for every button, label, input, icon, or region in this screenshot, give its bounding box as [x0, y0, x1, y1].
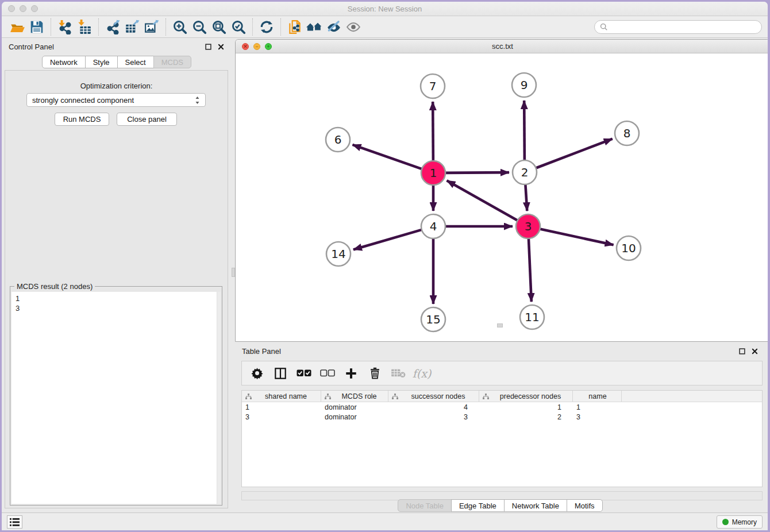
export-image-icon[interactable]: [142, 18, 161, 36]
criterion-select[interactable]: strongly connected component: [26, 93, 206, 107]
deselect-all-icon[interactable]: [320, 366, 335, 381]
table-row[interactable]: 3dominator323: [242, 412, 762, 422]
minimize-view-button[interactable]: −: [253, 43, 260, 50]
window-title: Session: New Session: [348, 5, 422, 13]
node-label-14: 14: [331, 247, 345, 261]
edge-3-10[interactable]: [540, 229, 614, 245]
table-cell[interactable]: 3: [573, 413, 622, 421]
close-panel-icon[interactable]: [751, 348, 759, 355]
save-session-icon[interactable]: [27, 18, 47, 36]
edge-1-6[interactable]: [352, 145, 422, 169]
add-column-icon[interactable]: [344, 366, 359, 381]
column-header-shared-name[interactable]: shared name: [242, 391, 321, 402]
column-header-name[interactable]: name: [573, 391, 622, 402]
edge-2-9[interactable]: [524, 101, 525, 160]
table-cell[interactable]: 1: [479, 403, 573, 411]
apply-layout-icon[interactable]: [257, 18, 276, 36]
table-row[interactable]: 1dominator411: [242, 402, 762, 412]
main-toolbar: [2, 17, 768, 38]
table-cell[interactable]: 3: [388, 413, 479, 421]
zoom-out-icon[interactable]: [190, 18, 209, 36]
select-stepper-icon: [195, 96, 200, 105]
edge-1-2[interactable]: [445, 172, 509, 173]
tab-select[interactable]: Select: [117, 56, 154, 68]
node-label-4: 4: [430, 219, 437, 233]
node-table: shared nameMCDS rolesuccessor nodesprede…: [241, 390, 763, 487]
task-history-button[interactable]: [7, 515, 22, 529]
delete-column-icon[interactable]: [367, 366, 382, 381]
import-table-icon[interactable]: [75, 18, 94, 36]
close-view-button[interactable]: ✕: [242, 43, 249, 50]
table-cell[interactable]: dominator: [321, 403, 388, 411]
function-builder-icon: f(x): [414, 366, 429, 381]
status-bar: Memory: [2, 512, 768, 530]
table-panel-header: Table Panel: [235, 344, 765, 358]
export-table-icon[interactable]: [122, 18, 142, 36]
edge-2-3[interactable]: [525, 184, 527, 211]
window-controls: [8, 5, 38, 12]
network-view-window: ✕ − + scc.txt 1234678910111415: [235, 39, 768, 342]
open-session-icon[interactable]: [7, 18, 27, 36]
search-box[interactable]: [594, 20, 762, 34]
tab-style[interactable]: Style: [85, 56, 118, 68]
edge-2-8[interactable]: [536, 139, 613, 168]
export-network-icon[interactable]: [103, 18, 122, 36]
mcds-result-title: MCDS result (2 nodes): [14, 282, 95, 291]
zoom-window-button[interactable]: [31, 5, 38, 12]
mcds-result-text[interactable]: 1 3: [11, 292, 221, 504]
control-panel: Control Panel NetworkStyleSelectMCDS Opt…: [2, 39, 232, 511]
settings-icon[interactable]: [249, 366, 264, 381]
node-label-6: 6: [334, 133, 342, 147]
maximize-view-button[interactable]: +: [265, 43, 272, 50]
result-scrollbar[interactable]: [217, 292, 221, 504]
table-cell[interactable]: 3: [242, 413, 321, 421]
tab-node-table[interactable]: Node Table: [398, 499, 452, 512]
table-panel: Table Panel f(x) shared nameMCDS rolesuc…: [235, 344, 765, 511]
table-cell[interactable]: 1: [242, 403, 321, 411]
first-neighbors-icon[interactable]: [305, 18, 324, 36]
search-input[interactable]: [611, 22, 756, 32]
network-from-selection-icon[interactable]: [285, 18, 305, 36]
network-view-title: scc.txt: [492, 42, 513, 51]
import-network-icon[interactable]: [55, 18, 75, 36]
tab-mcds[interactable]: MCDS: [153, 56, 191, 68]
tab-edge-table[interactable]: Edge Table: [451, 499, 505, 512]
table-cell[interactable]: 1: [573, 403, 622, 411]
select-all-icon[interactable]: [297, 366, 311, 381]
node-label-9: 9: [521, 78, 528, 92]
column-header-successor-nodes[interactable]: successor nodes: [388, 391, 479, 402]
float-panel-icon[interactable]: [738, 348, 746, 355]
table-cell[interactable]: 4: [388, 403, 479, 411]
horizontal-splitter-handle[interactable]: [497, 323, 503, 327]
close-panel-button[interactable]: Close panel: [117, 113, 177, 126]
tree-icon: [483, 394, 489, 399]
tree-icon: [245, 394, 252, 399]
edge-1-7[interactable]: [433, 102, 433, 161]
column-header-predecessor-nodes[interactable]: predecessor nodes: [479, 391, 573, 402]
hide-selected-icon[interactable]: [324, 18, 344, 36]
split-view-icon[interactable]: [273, 366, 288, 381]
float-panel-icon[interactable]: [205, 43, 212, 51]
edge-3-1[interactable]: [447, 180, 518, 220]
edge-3-11[interactable]: [529, 238, 532, 302]
show-all-icon[interactable]: [344, 18, 363, 36]
run-mcds-button[interactable]: Run MCDS: [55, 113, 109, 126]
memory-button[interactable]: Memory: [717, 515, 763, 529]
tab-network-table[interactable]: Network Table: [504, 499, 567, 512]
zoom-fit-icon[interactable]: [209, 18, 229, 36]
zoom-selected-icon[interactable]: [229, 18, 248, 36]
table-cell[interactable]: 2: [479, 413, 573, 421]
edge-4-14[interactable]: [353, 230, 422, 250]
column-header-mcds-role[interactable]: MCDS role: [321, 391, 388, 402]
minimize-window-button[interactable]: [20, 5, 26, 12]
zoom-in-icon[interactable]: [170, 18, 190, 36]
close-panel-icon[interactable]: [217, 43, 225, 51]
list-icon: [9, 518, 20, 527]
tab-network[interactable]: Network: [42, 56, 86, 68]
toolbar-separator: [280, 18, 281, 36]
tab-motifs[interactable]: Motifs: [567, 499, 603, 512]
table-cell[interactable]: dominator: [321, 413, 388, 421]
network-canvas[interactable]: 1234678910111415: [236, 53, 768, 341]
close-window-button[interactable]: [8, 5, 15, 12]
memory-status-icon: [722, 519, 729, 525]
